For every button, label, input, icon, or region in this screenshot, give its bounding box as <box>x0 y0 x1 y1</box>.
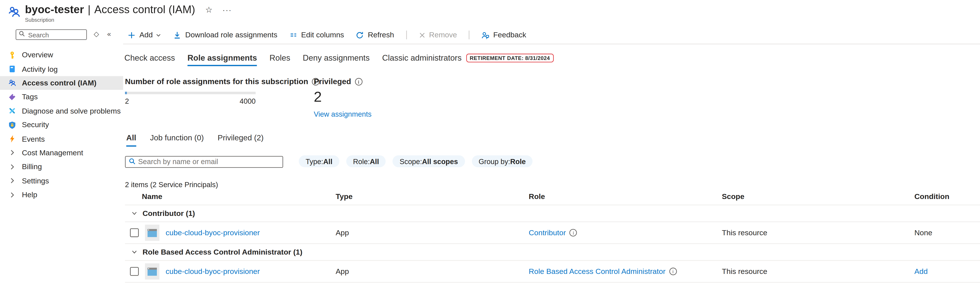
sidebar-item-billing[interactable]: Billing <box>0 160 123 174</box>
principal-type: App <box>336 228 529 237</box>
edit-columns-button[interactable]: Edit columns <box>290 30 344 39</box>
tab-roles[interactable]: Roles <box>269 53 290 65</box>
sidebar-item-help[interactable]: Help <box>0 188 123 202</box>
refresh-icon <box>356 31 364 39</box>
sidebar-header-icons: ◇ « <box>94 30 111 37</box>
retirement-date-badge: RETIREMENT DATE: 8/31/2024 <box>466 53 554 62</box>
tools-icon <box>8 107 16 115</box>
download-icon <box>173 31 181 39</box>
sidebar-item-cost-management[interactable]: Cost Management <box>0 146 123 160</box>
sidebar-item-events[interactable]: Events <box>0 132 123 146</box>
tab-check-access[interactable]: Check access <box>124 53 175 65</box>
chevron-right-icon <box>8 163 16 171</box>
privileged-label: Privileged <box>314 77 351 86</box>
feedback-icon <box>481 31 490 39</box>
page-header: byoc-tester|Access control (IAM) ☆ ··· S… <box>8 3 232 23</box>
sidebar-menu: Overview Activity log Access contro <box>0 48 123 202</box>
sidebar-item-label: Activity log <box>22 65 58 73</box>
azure-portal-page: byoc-tester|Access control (IAM) ☆ ··· S… <box>0 0 980 304</box>
download-role-assignments-button[interactable]: Download role assignments <box>173 30 277 39</box>
page-title: byoc-tester|Access control (IAM) <box>25 3 196 16</box>
sidebar-item-label: Diagnose and solve problems <box>22 106 121 115</box>
search-icon <box>129 158 135 165</box>
assignment-search-input[interactable] <box>125 156 283 168</box>
filter-pill-role[interactable]: Role : All <box>346 155 386 167</box>
filter-pill-group-by[interactable]: Group by : Role <box>472 155 533 167</box>
chevron-down-icon <box>156 32 162 38</box>
principal-name-link[interactable]: cube-cloud-byoc-provisioner <box>166 267 260 276</box>
remove-button[interactable]: Remove <box>418 30 457 39</box>
row-checkbox[interactable] <box>130 228 139 237</box>
sidebar-item-settings[interactable]: Settings <box>0 174 123 188</box>
filter-tab-job-function[interactable]: Job function (0) <box>150 133 204 147</box>
favorite-star-icon[interactable]: ☆ <box>205 5 213 14</box>
plus-icon <box>127 31 135 39</box>
role-link[interactable]: Contributor <box>529 228 566 237</box>
info-icon[interactable]: i <box>669 268 677 275</box>
info-icon[interactable]: i <box>570 229 577 236</box>
filter-tab-all[interactable]: All <box>126 133 136 147</box>
tab-role-assignments[interactable]: Role assignments <box>188 53 257 66</box>
sidebar-item-access-control-iam[interactable]: Access control (IAM) <box>0 76 123 90</box>
sidebar-item-diagnose[interactable]: Diagnose and solve problems <box>0 104 123 118</box>
role-assignments-table: Name Type Role Scope Condition Contribut… <box>125 188 980 283</box>
table-row: cube-cloud-byoc-provisioner App Contribu… <box>125 222 980 244</box>
column-header-scope[interactable]: Scope <box>722 192 915 201</box>
sidebar-search <box>16 28 87 39</box>
principal-name-link[interactable]: cube-cloud-byoc-provisioner <box>166 228 260 237</box>
app-icon <box>145 225 159 241</box>
more-options-icon[interactable]: ··· <box>223 5 232 14</box>
filter-tab-privileged[interactable]: Privileged (2) <box>218 133 264 147</box>
lightning-icon <box>8 135 16 143</box>
collapse-sidebar-icon[interactable]: « <box>107 30 111 37</box>
column-header-type[interactable]: Type <box>336 192 529 201</box>
sidebar-item-label: Settings <box>22 176 49 185</box>
filter-tab-bar: All Job function (0) Privileged (2) <box>126 133 264 147</box>
role-link[interactable]: Role Based Access Control Administrator <box>529 267 665 276</box>
edit-columns-icon <box>290 31 298 39</box>
sidebar-item-security[interactable]: Security <box>0 118 123 132</box>
assignment-search <box>125 155 283 167</box>
scope-value: This resource <box>722 267 915 276</box>
chevron-right-icon <box>8 177 16 185</box>
scope-value: This resource <box>722 228 915 237</box>
people-icon <box>8 79 16 87</box>
info-icon[interactable]: i <box>355 78 363 86</box>
sidebar-search-input[interactable] <box>16 29 87 40</box>
column-header-role[interactable]: Role <box>529 192 722 201</box>
row-checkbox[interactable] <box>130 267 139 276</box>
condition-add-link[interactable]: Add <box>915 267 980 276</box>
refresh-button[interactable]: Refresh <box>356 30 394 39</box>
sidebar-item-label: Events <box>22 135 45 143</box>
group-header-contributor[interactable]: Contributor (1) <box>125 205 980 222</box>
filter-pill-type[interactable]: Type : All <box>299 155 339 167</box>
column-header-condition[interactable]: Condition <box>915 192 980 201</box>
sidebar-item-label: Access control (IAM) <box>22 79 96 87</box>
view-assignments-link[interactable]: View assignments <box>314 111 372 118</box>
sidebar-search-row: ◇ « <box>0 27 123 40</box>
resize-handle-icon[interactable]: ◇ <box>94 30 99 37</box>
sidebar-item-tags[interactable]: Tags <box>0 90 123 104</box>
tab-classic-administrators[interactable]: Classic administrators RETIREMENT DATE: … <box>382 53 554 62</box>
filter-pill-scope[interactable]: Scope : All scopes <box>393 155 465 167</box>
tag-icon <box>8 93 16 101</box>
tab-deny-assignments[interactable]: Deny assignments <box>303 53 370 65</box>
sidebar-item-activity-log[interactable]: Activity log <box>0 62 123 76</box>
group-header-rbac-administrator[interactable]: Role Based Access Control Administrator … <box>125 244 980 260</box>
shield-icon <box>8 121 16 129</box>
feedback-button[interactable]: Feedback <box>481 30 526 39</box>
chevron-down-icon <box>131 249 137 255</box>
sidebar-item-overview[interactable]: Overview <box>0 48 123 62</box>
app-icon <box>145 263 159 280</box>
x-icon <box>418 32 425 38</box>
column-header-name[interactable]: Name <box>125 192 336 201</box>
sidebar-item-label: Overview <box>22 51 53 60</box>
toolbar-divider <box>469 30 469 39</box>
add-button[interactable]: Add <box>127 30 161 39</box>
count-max: 4000 <box>240 97 256 104</box>
items-summary: 2 items (2 Service Principals) <box>125 181 218 188</box>
chevron-right-icon <box>8 149 16 157</box>
search-icon <box>19 30 25 37</box>
sidebar-item-label: Tags <box>22 92 38 101</box>
privileged-card: Privileged i 2 View assignments <box>314 77 372 118</box>
